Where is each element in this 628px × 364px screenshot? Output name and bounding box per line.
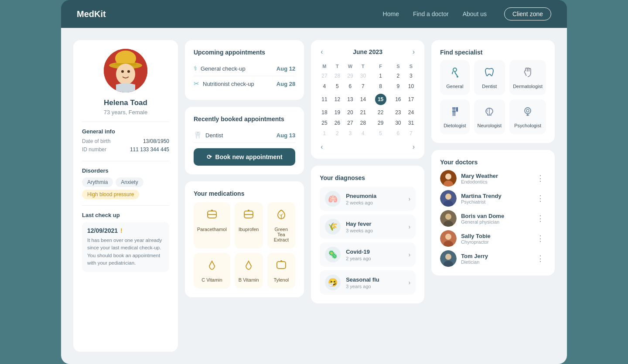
calendar-day[interactable]: 9: [392, 81, 405, 92]
calendar-day[interactable]: 16: [392, 92, 405, 107]
hand-icon: [522, 66, 534, 81]
day-m: M: [318, 62, 331, 71]
calendar-day[interactable]: 22: [369, 107, 392, 118]
calendar-day[interactable]: 3: [344, 128, 357, 139]
day-s2: S: [405, 62, 418, 71]
medication-tylenol[interactable]: Tylenol: [267, 253, 296, 289]
appointment-general[interactable]: ⚕ General check-up Aug 12: [194, 61, 295, 76]
svg-rect-17: [280, 260, 282, 262]
calendar-day[interactable]: 30: [357, 71, 370, 81]
svg-point-43: [445, 254, 451, 260]
calendar-day[interactable]: 26: [331, 118, 344, 128]
calendar-day[interactable]: 3: [405, 71, 418, 81]
calendar-day[interactable]: 25: [318, 118, 331, 128]
specialist-neurologist[interactable]: Neurologist: [474, 99, 505, 134]
general-info-section: General info Date of birth 13/08/1950 ID…: [82, 128, 169, 155]
calendar-day[interactable]: 5: [331, 81, 344, 92]
nav-about[interactable]: About us: [463, 10, 487, 17]
doctor-info: Boris van Dome General physician: [461, 213, 530, 225]
medication-b-vitamin[interactable]: B Vitamin: [235, 253, 263, 289]
calendar-day[interactable]: 1: [369, 71, 392, 81]
calendar-day[interactable]: 2: [331, 128, 344, 139]
svg-rect-12: [248, 210, 249, 211]
calendar-day[interactable]: 28: [331, 71, 344, 81]
calendar-day[interactable]: 4: [318, 81, 331, 92]
calendar-day[interactable]: 15: [369, 92, 392, 107]
calendar-day[interactable]: 13: [344, 92, 357, 107]
more-options-icon[interactable]: ⋮: [535, 214, 546, 223]
doctor-avatar: [440, 250, 457, 267]
diagnosis-hay-fever[interactable]: 🌾 Hay fever 3 weeks ago ›: [320, 214, 416, 239]
calendar-day[interactable]: 6: [392, 128, 405, 139]
medication-paracethamol[interactable]: Paracethamol: [194, 202, 230, 248]
specialist-dermatologist[interactable]: Dermatologist: [509, 60, 546, 95]
specialist-dietologist[interactable]: Dietologist: [440, 99, 469, 134]
book-appointment-button[interactable]: ⟳ Book new appointment: [194, 148, 295, 166]
more-options-icon[interactable]: ⋮: [535, 254, 546, 263]
calendar-next-button[interactable]: ›: [410, 47, 417, 57]
calendar-day[interactable]: 18: [318, 107, 331, 118]
calendar-day[interactable]: 5: [369, 128, 392, 139]
calendar-day[interactable]: 2: [392, 71, 405, 81]
calendar-day[interactable]: 27: [318, 71, 331, 81]
diagnosis-flu[interactable]: 🤧 Seasonal flu 3 years ago ›: [320, 270, 416, 295]
pill-icon: [275, 259, 287, 274]
nav-find-doctor[interactable]: Find a doctor: [413, 10, 449, 17]
calendar-day[interactable]: 29: [344, 71, 357, 81]
calendar-day[interactable]: 8: [369, 81, 392, 92]
calendar-day[interactable]: 7: [357, 81, 370, 92]
calendar-row-next[interactable]: ›: [410, 142, 417, 152]
calendar-day[interactable]: 14: [357, 92, 370, 107]
calendar-day[interactable]: 23: [392, 107, 405, 118]
calendar-column: ‹ June 2023 › M T W T F S S: [311, 40, 424, 352]
diagnosis-covid[interactable]: 🦠 Covid-19 2 years ago ›: [320, 242, 416, 267]
more-options-icon[interactable]: ⋮: [535, 194, 546, 203]
dob-value: 13/08/1950: [143, 138, 169, 144]
calendar-day[interactable]: 4: [357, 128, 370, 139]
appt-date: Aug 28: [276, 81, 295, 87]
med-name: Paracethamol: [197, 227, 227, 232]
day-s: S: [392, 62, 405, 71]
specialist-general[interactable]: General: [440, 60, 469, 95]
calendar-day[interactable]: 12: [331, 92, 344, 107]
calendar-day[interactable]: 1: [318, 128, 331, 139]
svg-point-26: [525, 108, 531, 114]
calendar-day[interactable]: 24: [405, 107, 418, 118]
calendar-day[interactable]: 21: [357, 107, 370, 118]
doctor-avatar: [440, 230, 457, 247]
diagnosis-info: Pneumonia 2 weeks ago: [346, 193, 403, 205]
calendar-day[interactable]: 6: [344, 81, 357, 92]
appointment-nutritionist[interactable]: ✂ Nutritionist check-up Aug 28: [194, 76, 295, 91]
calendar-row-prev[interactable]: ‹: [318, 142, 325, 152]
find-specialist-card: Find specialist General: [431, 40, 555, 143]
medication-ibuprofen[interactable]: Ibuprofen: [235, 202, 263, 248]
specialist-dentist[interactable]: Dentist: [474, 60, 505, 95]
specialist-psychologist[interactable]: Psychologist: [509, 99, 546, 134]
client-zone-button[interactable]: Client zone: [504, 7, 551, 20]
id-label: ID number: [82, 146, 106, 153]
more-options-icon[interactable]: ⋮: [535, 173, 546, 183]
more-options-icon[interactable]: ⋮: [535, 234, 546, 243]
calendar-day[interactable]: 31: [405, 118, 418, 128]
calendar-day[interactable]: 10: [405, 81, 418, 92]
appointment-dentist[interactable]: 🦷 Dentist Aug 13: [194, 128, 295, 143]
calendar-day[interactable]: 29: [369, 118, 392, 128]
calendar-day[interactable]: 11: [318, 92, 331, 107]
diagnosis-pneumonia[interactable]: 🫁 Pneumonia 2 weeks ago ›: [320, 187, 416, 211]
calendar-day[interactable]: 20: [344, 107, 357, 118]
calendar-day[interactable]: 7: [405, 128, 418, 139]
brain-icon: [483, 105, 495, 120]
calendar-prev-button[interactable]: ‹: [318, 47, 325, 57]
appt-date: Aug 13: [276, 132, 295, 139]
medication-c-vitamin[interactable]: C Vitamin: [194, 253, 230, 289]
calendar-day[interactable]: 19: [331, 107, 344, 118]
calendar-day[interactable]: 27: [344, 118, 357, 128]
calendar-day[interactable]: 17: [405, 92, 418, 107]
last-checkup-section: Last check up 12/09/2021 ! It has been o…: [82, 212, 169, 272]
nav-home[interactable]: Home: [383, 10, 399, 17]
medication-green-tea[interactable]: Green Tea Extract: [267, 202, 296, 248]
spec-label: General: [446, 84, 463, 89]
calendar-day[interactable]: 30: [392, 118, 405, 128]
calendar-day[interactable]: 28: [357, 118, 370, 128]
id-row: ID number 111 133 344 445: [82, 146, 169, 153]
